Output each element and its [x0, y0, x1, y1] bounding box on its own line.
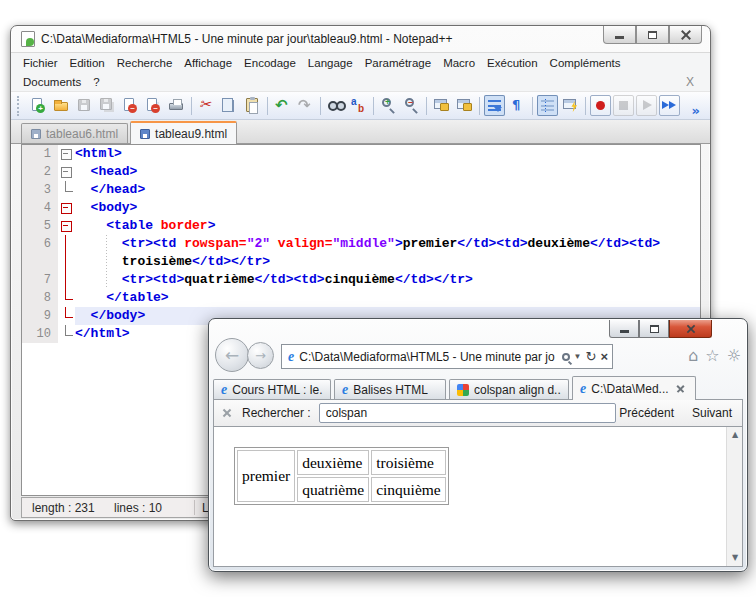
menu-item-compl-ments[interactable]: Compléments: [544, 55, 627, 71]
cut-button[interactable]: [196, 95, 217, 116]
menu-item-param-trage[interactable]: Paramétrage: [359, 55, 437, 71]
npp-title-bar[interactable]: C:\Data\Mediaforma\HTML5 - Une minute pa…: [11, 26, 710, 52]
code-line-5[interactable]: 5<table border>: [22, 217, 700, 235]
find-buttons: Précédent Suivant: [619, 406, 732, 420]
toolbar-overflow-chevron-icon[interactable]: »: [692, 103, 700, 118]
npp-menu-close-x[interactable]: X: [686, 75, 694, 89]
settings-gear-icon[interactable]: ☼: [727, 345, 741, 367]
refresh-icon[interactable]: ↻: [586, 349, 597, 364]
find-bar-close-icon[interactable]: [222, 408, 232, 418]
ie-tab-colspan-align-d[interactable]: colspan align d...: [449, 379, 569, 400]
close-all-icon: [147, 98, 157, 111]
npp-tab-tableau6-html[interactable]: tableau6.html: [21, 123, 128, 143]
find-label: Rechercher :: [242, 406, 311, 420]
address-bar[interactable]: e C:\Data\Mediaforma\HTML5 - Une minute …: [281, 344, 613, 369]
indent-guide-button[interactable]: [537, 95, 558, 116]
close-all-button[interactable]: [143, 95, 164, 116]
scroll-up-icon[interactable]: ▲: [727, 427, 743, 443]
record-macro-button[interactable]: [590, 95, 611, 116]
paste-button[interactable]: [242, 95, 263, 116]
menu-item-fichier[interactable]: Fichier: [17, 55, 64, 71]
function-list-button[interactable]: [560, 95, 581, 116]
code-line-8[interactable]: 8</table>: [22, 289, 700, 307]
zoom-in-button[interactable]: [378, 95, 399, 116]
favorites-star-icon[interactable]: ☆: [705, 345, 719, 367]
code-line-6[interactable]: 6<tr><td rowspan="2" valign="middle">pre…: [22, 235, 700, 253]
search-icon[interactable]: [562, 353, 570, 361]
ie-minimize-button[interactable]: [609, 320, 639, 338]
fold-marker-icon[interactable]: [58, 199, 75, 217]
fold-marker-icon: [58, 181, 75, 199]
menu-item-affichage[interactable]: Affichage: [178, 55, 238, 71]
close-icon: [680, 29, 692, 41]
menu-item-macro[interactable]: Macro: [437, 55, 481, 71]
menu-item-documents[interactable]: Documents: [17, 74, 87, 90]
tab-close-icon[interactable]: [676, 384, 685, 393]
toolbar-separator: [267, 97, 268, 115]
function-list-icon: [563, 99, 576, 109]
npp-maximize-button[interactable]: [636, 26, 669, 44]
menu-item-item[interactable]: ?: [87, 74, 105, 90]
ie-maximize-button[interactable]: [639, 320, 669, 338]
sync-horizontal-button[interactable]: [454, 95, 475, 116]
open-folder-button[interactable]: [51, 95, 72, 116]
find-button[interactable]: [325, 95, 346, 116]
replace-button[interactable]: [348, 95, 369, 116]
toolbar-separator: [320, 97, 321, 115]
code-line-wrap[interactable]: troisième</td></tr>: [22, 253, 700, 271]
minimize-icon: [615, 36, 624, 39]
code-line-1[interactable]: 1<html>: [22, 145, 700, 163]
forward-button[interactable]: →: [247, 342, 274, 369]
code-line-3[interactable]: 3</head>: [22, 181, 700, 199]
code-line-2[interactable]: 2<head>: [22, 163, 700, 181]
new-file-button[interactable]: [28, 95, 49, 116]
vertical-scrollbar[interactable]: ▲ ▼: [726, 427, 742, 566]
code-line-4[interactable]: 4<body>: [22, 199, 700, 217]
fold-marker-icon[interactable]: [58, 163, 75, 181]
ie-tab-cours-html-le[interactable]: eCours HTML : le...: [213, 379, 331, 400]
npp-menu-bar: FichierEditionRechercheAffichageEncodage…: [11, 52, 710, 91]
find-previous-button[interactable]: Précédent: [619, 406, 674, 420]
close-file-button[interactable]: [120, 95, 141, 116]
stop-icon[interactable]: ×: [600, 349, 608, 364]
save-all-button: [97, 95, 118, 116]
scroll-down-icon[interactable]: ▼: [727, 550, 743, 566]
tab-label: Balises HTML: [353, 383, 428, 397]
code-line-7[interactable]: 7<tr><td>quatrième</td><td>cinquième</td…: [22, 271, 700, 289]
chevron-down-icon[interactable]: ▼: [574, 352, 582, 361]
undo-button[interactable]: [272, 95, 293, 116]
menu-item-edition[interactable]: Edition: [64, 55, 111, 71]
menu-item-recherche[interactable]: Recherche: [111, 55, 179, 71]
fold-marker-icon[interactable]: [58, 145, 75, 163]
back-button[interactable]: ←: [215, 338, 249, 372]
fold-marker-icon[interactable]: [58, 217, 75, 235]
find-input[interactable]: [319, 403, 616, 423]
ie-tab-balises-html[interactable]: eBalises HTML: [334, 379, 446, 400]
address-url-text[interactable]: C:\Data\Mediaforma\HTML5 - Une minute pa…: [299, 350, 558, 364]
print-button[interactable]: [166, 95, 187, 116]
fold-marker-icon: [58, 253, 75, 271]
ie-favicon-icon: e: [342, 382, 348, 398]
zoom-out-button[interactable]: [401, 95, 422, 116]
word-wrap-button[interactable]: [484, 95, 505, 116]
npp-minimize-button[interactable]: [603, 26, 636, 44]
copy-button[interactable]: [219, 95, 240, 116]
show-symbols-button[interactable]: [507, 95, 528, 116]
code-text: <head>: [75, 163, 700, 181]
npp-tab-tableau9-html[interactable]: tableau9.html: [130, 121, 237, 144]
sync-vertical-button[interactable]: [431, 95, 452, 116]
stop-macro-icon: [619, 101, 628, 110]
find-next-button[interactable]: Suivant: [692, 406, 732, 420]
ie-tab-c-data-med[interactable]: eC:\Data\Med...: [572, 376, 696, 400]
code-token: deuxième: [528, 236, 590, 251]
menu-item-langage[interactable]: Langage: [302, 55, 359, 71]
menu-item-ex-cution[interactable]: Exécution: [481, 55, 544, 71]
menu-item-encodage[interactable]: Encodage: [238, 55, 302, 71]
npp-close-button[interactable]: [669, 26, 702, 44]
code-token: </head>: [91, 182, 146, 197]
run-macro-button[interactable]: [659, 95, 680, 116]
toolbar-separator: [373, 97, 374, 115]
ie-close-button[interactable]: [669, 320, 712, 338]
toolbar-grip[interactable]: [17, 96, 22, 116]
home-icon[interactable]: ⌂: [688, 345, 698, 367]
